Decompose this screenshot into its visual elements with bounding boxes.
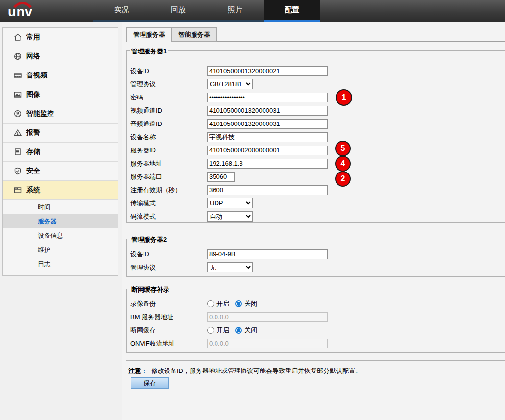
note-text: 注意：修改设备ID，服务器地址或管理协议可能会导致重启并恢复部分默认配置。: [128, 367, 361, 375]
server-address-label: 服务器地址: [130, 159, 207, 168]
smart-monitor-icon: [13, 109, 22, 118]
device-id-label: 设备ID: [130, 67, 207, 75]
system-window-icon: [13, 186, 22, 195]
nav-tab-photo-label: 照片: [228, 5, 242, 14]
protocol-2-select[interactable]: 无: [207, 262, 253, 272]
sidebar-subitem-server[interactable]: 服务器: [3, 214, 118, 228]
server-address-input[interactable]: [207, 159, 328, 169]
device-name-input[interactable]: [207, 132, 328, 142]
onvif-address-input: [207, 339, 328, 348]
annotation-badge-4: 4: [335, 156, 351, 172]
register-validity-input[interactable]: [207, 185, 328, 195]
protocol-select[interactable]: GB/T28181: [207, 79, 253, 89]
sidebar-menu: 常用 网络 音视频 图像 智能监控 报警 存储 安全: [2, 27, 118, 276]
audio-channel-id-label: 音频通道ID: [130, 120, 207, 128]
audio-channel-id-input[interactable]: [207, 119, 328, 129]
sidebar-item-alarm[interactable]: 报警: [3, 124, 118, 143]
offline-cache-label: 断网缓存: [130, 326, 207, 335]
sidebar-item-common-label: 常用: [26, 33, 40, 42]
form-row: 管理协议 无: [127, 261, 505, 274]
sidebar-item-storage-label: 存储: [26, 148, 40, 156]
film-icon: [13, 71, 22, 80]
sidebar-subitem-time[interactable]: 时间: [3, 200, 118, 214]
form-row: 设备ID: [127, 247, 505, 261]
sidebar-item-system[interactable]: 系统: [3, 181, 118, 200]
protocol-2-label: 管理协议: [130, 263, 207, 272]
sidebar-item-storage[interactable]: 存储: [3, 143, 118, 162]
video-channel-id-input[interactable]: [207, 106, 328, 116]
form-row: 设备ID: [127, 64, 505, 77]
form-row: 设备名称: [127, 130, 505, 144]
alarm-icon: [13, 128, 22, 137]
password-label: 密码: [130, 93, 207, 102]
sidebar-item-audio-video-label: 音视频: [26, 71, 47, 80]
nav-tab-config-label: 配置: [285, 5, 299, 14]
record-backup-on-radio[interactable]: [207, 300, 214, 307]
sidebar-item-image[interactable]: 图像: [3, 85, 118, 104]
save-button[interactable]: 保存: [131, 377, 169, 389]
sidebar-item-smart-monitoring-label: 智能监控: [26, 109, 54, 118]
section-management-server-1: 管理服务器1 设备ID 管理协议 GB/T28181 密码 视频通道ID 音频通…: [126, 50, 505, 223]
storage-icon: [13, 148, 22, 156]
sidebar-subitem-device-info[interactable]: 设备信息: [3, 228, 118, 243]
note-prefix: 注意：: [128, 367, 147, 374]
stream-mode-select[interactable]: 自动: [207, 211, 253, 222]
device-name-label: 设备名称: [130, 133, 207, 142]
content-tabs: 管理服务器 智能服务器: [126, 27, 217, 42]
tab-management-server[interactable]: 管理服务器: [126, 27, 172, 42]
image-icon: [13, 90, 22, 99]
sidebar-item-security-label: 安全: [26, 167, 40, 175]
nav-tab-photo[interactable]: 照片: [207, 0, 264, 22]
sidebar-item-image-label: 图像: [26, 90, 40, 99]
sidebar-item-common[interactable]: 常用: [3, 28, 118, 47]
transport-mode-label: 传输模式: [130, 199, 207, 208]
sidebar-subitem-log[interactable]: 日志: [3, 257, 118, 271]
record-backup-off-radio[interactable]: [235, 300, 242, 307]
record-backup-label: 录像备份: [130, 299, 207, 308]
section-offline-cache: 断网缓存补录 录像备份 开启 关闭 BM 服务器地址 断网缓存 开启: [126, 289, 505, 353]
form-row: 音频通道ID: [127, 117, 505, 130]
annotation-badge-2: 2: [335, 171, 351, 187]
nav-tab-config[interactable]: 配置: [264, 0, 320, 22]
form-row: BM 服务器地址: [127, 310, 505, 323]
device-id-input[interactable]: [207, 66, 328, 76]
unv-logo[interactable]: unv: [8, 1, 47, 21]
form-row: 服务器地址: [127, 157, 505, 170]
bm-server-address-input: [207, 312, 328, 322]
server-port-input[interactable]: [207, 172, 235, 182]
sidebar-item-smart-monitoring[interactable]: 智能监控: [3, 104, 118, 124]
offline-cache-radio-group: 开启 关闭: [207, 326, 257, 335]
form-row: 服务器ID: [127, 144, 505, 157]
offline-cache-on-label: 开启: [216, 326, 229, 335]
protocol-label: 管理协议: [130, 80, 207, 89]
sidebar-subitem-maintenance[interactable]: 维护: [3, 243, 118, 257]
sidebar-item-network[interactable]: 网络: [3, 47, 118, 66]
record-backup-radio-group: 开启 关闭: [207, 299, 257, 308]
security-shield-icon: [13, 167, 22, 175]
transport-mode-select[interactable]: UDP: [207, 198, 253, 208]
form-row: 密码: [127, 91, 505, 104]
offline-cache-on-radio[interactable]: [207, 327, 214, 334]
password-input[interactable]: [207, 93, 328, 102]
onvif-address-label: ONVIF收流地址: [130, 339, 207, 348]
sidebar-item-security[interactable]: 安全: [3, 162, 118, 181]
nav-tab-live[interactable]: 实况: [93, 0, 150, 22]
offline-cache-off-label: 关闭: [244, 326, 257, 335]
section-management-server-2: 管理服务器2 设备ID 管理协议 无: [126, 239, 505, 277]
section-legend: 管理服务器2: [130, 235, 168, 244]
sidebar-item-audio-video[interactable]: 音视频: [3, 66, 118, 85]
form-row: 码流模式 自动: [127, 210, 505, 223]
device-id-2-input[interactable]: [207, 249, 328, 259]
nav-tab-playback[interactable]: 回放: [150, 0, 207, 22]
sidebar-item-system-label: 系统: [26, 186, 40, 195]
tab-smart-server[interactable]: 智能服务器: [172, 27, 217, 42]
form-row: 服务器端口: [127, 170, 505, 183]
offline-cache-off-radio[interactable]: [235, 327, 242, 334]
server-id-input[interactable]: [207, 146, 328, 155]
system-submenu: 时间 服务器 设备信息 维护 日志: [3, 200, 118, 271]
annotation-badge-5: 5: [335, 141, 351, 156]
stream-mode-label: 码流模式: [130, 212, 207, 221]
home-icon: [13, 33, 22, 42]
section-legend: 管理服务器1: [130, 47, 168, 56]
main-content: 管理服务器 智能服务器 管理服务器1 设备ID 管理协议 GB/T28181 密…: [122, 22, 505, 420]
